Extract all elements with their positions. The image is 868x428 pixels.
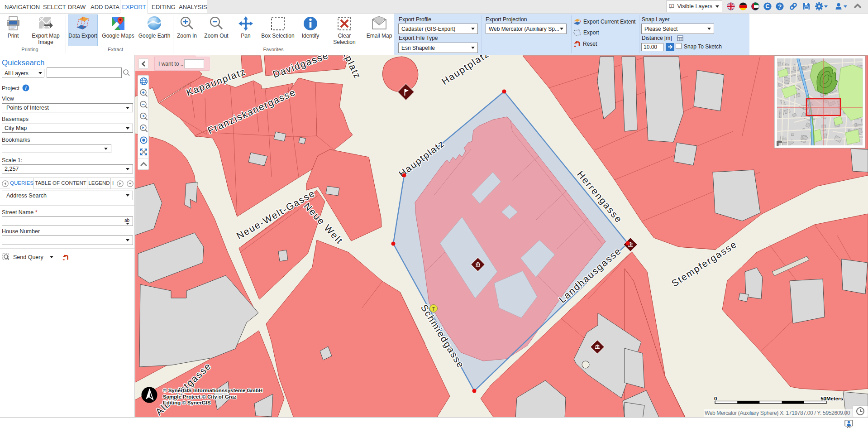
svg-text:Web Mercator (Auxiliary Sphere: Web Mercator (Auxiliary Sphere) X: 17197…: [705, 410, 850, 416]
svg-text:?: ?: [778, 3, 782, 10]
svg-text:Sample Project © City of Graz: Sample Project © City of Graz: [163, 394, 237, 399]
svg-text:i: i: [671, 4, 672, 7]
svg-text:Editing © SynerGIS: Editing © SynerGIS: [163, 400, 211, 405]
svg-text:© SynerGIS Informationssysteme: © SynerGIS Informationssysteme GmbH: [163, 388, 262, 393]
svg-text:50Meters: 50Meters: [820, 396, 843, 401]
svg-text:C: C: [765, 3, 770, 10]
svg-text:ab: ab: [124, 218, 130, 223]
svg-text:T: T: [432, 306, 435, 312]
svg-text:0: 0: [714, 396, 717, 401]
